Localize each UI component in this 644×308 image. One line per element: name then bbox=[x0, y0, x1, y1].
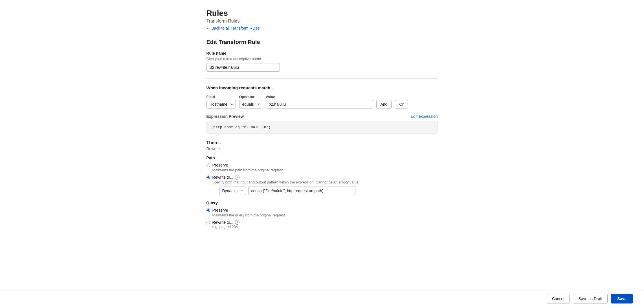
path-preserve-desc: Maintains the path from the original req… bbox=[212, 168, 284, 172]
rule-name-label: Rule name bbox=[206, 51, 438, 56]
rewrite-label: Rewrite bbox=[206, 147, 438, 151]
then-title: Then... bbox=[206, 140, 438, 145]
query-rewrite-info-icon: i bbox=[235, 220, 239, 225]
path-preserve-content: Preserve Maintains the path from the ori… bbox=[212, 163, 284, 172]
path-label: Path bbox=[206, 156, 438, 160]
query-rewrite-option: Rewrite to... i e.g. page=1234 bbox=[206, 220, 438, 229]
expression-label: Expression Preview bbox=[206, 114, 244, 119]
edit-expression-link[interactable]: Edit expression bbox=[411, 114, 438, 119]
query-rewrite-placeholder: e.g. page=1234 bbox=[212, 225, 240, 229]
query-preserve-option: Preserve Maintains the query from the or… bbox=[206, 208, 438, 217]
value-label: Value bbox=[266, 95, 373, 99]
rewrite-input-row: Dynamic bbox=[219, 187, 360, 195]
field-group: Field Hostname bbox=[206, 95, 236, 108]
page-title: Rules bbox=[206, 8, 438, 18]
expression-preview-section: Expression Preview Edit expression (http… bbox=[206, 114, 438, 134]
query-preserve-radio[interactable] bbox=[206, 209, 210, 212]
query-section: Query Preserve Maintains the query from … bbox=[206, 201, 438, 229]
edit-section-title: Edit Transform Rule bbox=[206, 39, 438, 45]
expression-header: Expression Preview Edit expression bbox=[206, 114, 438, 119]
path-section: Path Preserve Maintains the path from th… bbox=[206, 156, 438, 195]
then-section: Then... Rewrite Path Preserve Maintains … bbox=[206, 140, 438, 229]
expression-box: (http.host eq "b2.halu.lu") bbox=[206, 121, 438, 134]
path-rewrite-desc: Specify both the input and output patter… bbox=[212, 180, 360, 184]
value-input[interactable] bbox=[266, 100, 373, 108]
query-label: Query bbox=[206, 201, 438, 205]
path-rewrite-label: Rewrite to... i bbox=[212, 175, 360, 180]
cancel-button[interactable]: Cancel bbox=[547, 294, 570, 303]
divider-1 bbox=[206, 78, 438, 79]
query-preserve-desc: Maintains the query from the original re… bbox=[212, 213, 286, 217]
footer-actions: Cancel Save as Draft Save bbox=[0, 289, 644, 308]
save-button[interactable]: Save bbox=[611, 294, 633, 303]
condition-row: Field Hostname Operator equals Value And… bbox=[206, 95, 438, 108]
path-rewrite-radio[interactable] bbox=[206, 176, 210, 179]
query-rewrite-label: Rewrite to... i bbox=[212, 220, 240, 225]
path-preserve-radio[interactable] bbox=[206, 163, 210, 167]
save-as-draft-button[interactable]: Save as Draft bbox=[573, 294, 608, 303]
query-rewrite-content: Rewrite to... i e.g. page=1234 bbox=[212, 220, 240, 229]
rule-name-description: Give your rule a descriptive name bbox=[206, 57, 438, 61]
when-section-label: When incoming requests match... bbox=[206, 85, 438, 90]
field-label: Field bbox=[206, 95, 236, 99]
path-rewrite-option: Rewrite to... i Specify both the input a… bbox=[206, 175, 438, 195]
operator-select[interactable]: equals bbox=[239, 100, 262, 108]
rewrite-value-input[interactable] bbox=[248, 187, 355, 195]
and-button[interactable]: And bbox=[376, 100, 392, 108]
value-group: Value bbox=[266, 95, 373, 108]
page-subtitle: Transform Rules bbox=[206, 19, 438, 24]
or-button[interactable]: Or bbox=[395, 100, 408, 108]
operator-group: Operator equals bbox=[239, 95, 262, 108]
field-select[interactable]: Hostname bbox=[206, 100, 236, 108]
rewrite-info-icon: i bbox=[235, 175, 239, 180]
operator-label: Operator bbox=[239, 95, 262, 99]
rule-name-input[interactable] bbox=[206, 63, 280, 72]
query-rewrite-radio[interactable] bbox=[206, 221, 210, 224]
path-preserve-label: Preserve bbox=[212, 163, 284, 167]
dynamic-select[interactable]: Dynamic bbox=[219, 187, 246, 195]
back-link[interactable]: ← Back to all Transform Rules bbox=[206, 26, 260, 30]
when-section: When incoming requests match... Field Ho… bbox=[206, 85, 438, 134]
query-preserve-label: Preserve bbox=[212, 208, 286, 212]
rule-name-field: Rule name Give your rule a descriptive n… bbox=[206, 51, 438, 72]
path-rewrite-content: Rewrite to... i Specify both the input a… bbox=[212, 175, 360, 195]
path-preserve-option: Preserve Maintains the path from the ori… bbox=[206, 163, 438, 172]
query-preserve-content: Preserve Maintains the query from the or… bbox=[212, 208, 286, 217]
